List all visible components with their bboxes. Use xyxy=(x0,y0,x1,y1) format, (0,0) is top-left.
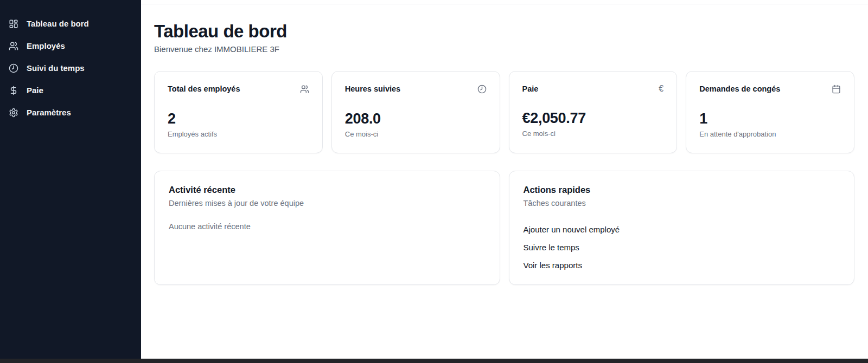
quick-actions-list: Ajouter un nouvel employé Suivre le temp… xyxy=(524,224,840,270)
stats-row: Total des employés 2 Employés actifs Heu… xyxy=(154,71,854,153)
euro-icon: € xyxy=(659,85,663,93)
sidebar: Tableau de bord Employés Suivi du temps xyxy=(0,0,141,359)
sidebar-item-label: Paie xyxy=(27,86,43,95)
stat-value: 208.0 xyxy=(345,111,487,127)
stat-caption: Ce mois-ci xyxy=(345,130,487,138)
page-subtitle: Bienvenue chez IMMOBILIERE 3F xyxy=(154,44,854,54)
sidebar-item-time-tracking[interactable]: Suivi du temps xyxy=(0,57,141,79)
sidebar-item-payroll[interactable]: Paie xyxy=(0,79,141,101)
sidebar-item-label: Employés xyxy=(27,41,65,50)
stat-caption: Ce mois-ci xyxy=(522,129,664,138)
panel-subtitle: Dernières mises à jour de votre équipe xyxy=(169,199,486,208)
page-title: Tableau de bord xyxy=(154,21,854,42)
users-icon xyxy=(9,41,18,51)
recent-activity-panel: Activité récente Dernières mises à jour … xyxy=(154,171,500,285)
panel-title: Activité récente xyxy=(169,185,486,195)
sidebar-item-label: Suivi du temps xyxy=(27,63,85,73)
quick-action-add-employee[interactable]: Ajouter un nouvel employé xyxy=(524,224,620,235)
stat-caption: En attente d'approbation xyxy=(699,130,841,138)
stat-title: Demandes de congés xyxy=(699,85,780,93)
stat-value: 2 xyxy=(168,111,309,127)
dollar-icon xyxy=(9,86,18,95)
stat-card-hours-tracked: Heures suivies 208.0 Ce mois-ci xyxy=(331,71,500,153)
app-window: Tableau de bord Employés Suivi du temps xyxy=(0,0,868,359)
dashboard-icon xyxy=(9,19,18,29)
gear-icon xyxy=(9,108,18,118)
calendar-icon xyxy=(832,85,841,94)
sidebar-item-label: Paramètres xyxy=(27,108,71,117)
quick-action-track-time[interactable]: Suivre le temps xyxy=(524,242,579,252)
stat-value: €2,050.77 xyxy=(522,110,664,127)
stat-title: Paie xyxy=(522,85,539,93)
stat-title: Heures suivies xyxy=(345,85,400,93)
panel-subtitle: Tâches courantes xyxy=(524,199,840,208)
main-content: Tableau de bord Bienvenue chez IMMOBILIE… xyxy=(141,0,868,359)
sidebar-item-employees[interactable]: Employés xyxy=(0,35,141,57)
sidebar-item-label: Tableau de bord xyxy=(27,19,89,28)
panels-row: Activité récente Dernières mises à jour … xyxy=(154,171,854,285)
users-icon xyxy=(300,85,309,94)
sidebar-item-settings[interactable]: Paramètres xyxy=(0,101,141,124)
stat-card-payroll: Paie € €2,050.77 Ce mois-ci xyxy=(509,71,678,153)
quick-action-view-reports[interactable]: Voir les rapports xyxy=(524,260,582,270)
stat-card-leave-requests: Demandes de congés 1 En attente d'approb… xyxy=(686,71,854,153)
stat-title: Total des employés xyxy=(168,85,240,93)
empty-activity-message: Aucune activité récente xyxy=(169,222,486,231)
clock-icon xyxy=(477,85,487,94)
stat-caption: Employés actifs xyxy=(168,130,309,138)
quick-actions-panel: Actions rapides Tâches courantes Ajouter… xyxy=(509,171,855,285)
stat-value: 1 xyxy=(699,111,841,127)
stat-card-total-employees: Total des employés 2 Employés actifs xyxy=(154,71,323,153)
clock-icon xyxy=(9,63,18,73)
taskbar-strip xyxy=(0,359,868,363)
sidebar-item-dashboard[interactable]: Tableau de bord xyxy=(0,12,141,35)
panel-title: Actions rapides xyxy=(524,185,840,195)
top-divider xyxy=(141,0,868,4)
